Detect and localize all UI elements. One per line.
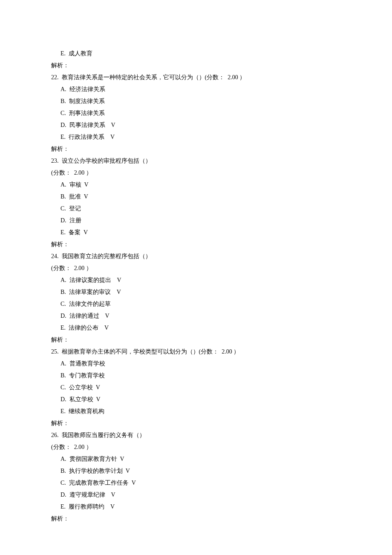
text-line: C. 刑事法律关系	[51, 107, 341, 119]
text-line: C. 登记	[51, 203, 341, 215]
document-body: E. 成人教育解析：22. 教育法律关系是一种特定的社会关系，它可以分为（）(分…	[51, 48, 341, 525]
text-line: (分数： 2.00 ）	[51, 441, 341, 453]
text-line: E. 法律的公布 V	[51, 322, 341, 334]
text-line: 解析：	[51, 513, 341, 525]
text-line: 24. 我国教育立法的完整程序包括（）	[51, 250, 341, 262]
text-line: D. 遵守规章纪律 V	[51, 489, 341, 501]
text-line: C. 法律文件的起草	[51, 298, 341, 310]
text-line: 25. 根据教育举办主体的不同，学校类型可以划分为（）(分数： 2.00 ）	[51, 346, 341, 358]
text-line: E. 继续教育机构	[51, 405, 341, 417]
text-line: 26. 我国教师应当履行的义务有（）	[51, 429, 341, 441]
text-line: B. 制度法律关系	[51, 95, 341, 107]
text-line: A. 普通教育学校	[51, 358, 341, 370]
text-line: 解析：	[51, 60, 341, 72]
text-line: C. 完成教育教学工作任务 V	[51, 477, 341, 489]
text-line: 解析：	[51, 143, 341, 155]
text-line: 22. 教育法律关系是一种特定的社会关系，它可以分为（）(分数： 2.00 ）	[51, 72, 341, 83]
text-line: E. 成人教育	[51, 48, 341, 60]
text-line: D. 法律的通过 V	[51, 310, 341, 322]
text-line: A. 贯彻国家教育方针 V	[51, 453, 341, 465]
text-line: B. 执行学校的教学计划 V	[51, 465, 341, 477]
text-line: A. 法律议案的提出 V	[51, 274, 341, 286]
text-line: (分数： 2.00 ）	[51, 167, 341, 179]
text-line: 解析：	[51, 239, 341, 250]
text-line: 解析：	[51, 417, 341, 429]
text-line: B. 法律草案的审议 V	[51, 286, 341, 298]
text-line: E. 行政法律关系 V	[51, 131, 341, 143]
text-line: C. 公立学校 V	[51, 382, 341, 394]
text-line: A. 审核 V	[51, 179, 341, 191]
text-line: 23. 设立公办学校的审批程序包括（）	[51, 155, 341, 167]
text-line: 解析：	[51, 334, 341, 346]
text-line: B. 专门教育学校	[51, 370, 341, 382]
text-line: D. 私立学校 V	[51, 394, 341, 405]
text-line: B. 批准 V	[51, 191, 341, 203]
text-line: D. 注册	[51, 215, 341, 227]
text-line: E. 履行教师聘约 V	[51, 501, 341, 513]
text-line: (分数： 2.00 ）	[51, 262, 341, 274]
text-line: A. 经济法律关系	[51, 83, 341, 95]
text-line: D. 民事法律关系 V	[51, 119, 341, 131]
text-line: E. 备案 V	[51, 227, 341, 239]
